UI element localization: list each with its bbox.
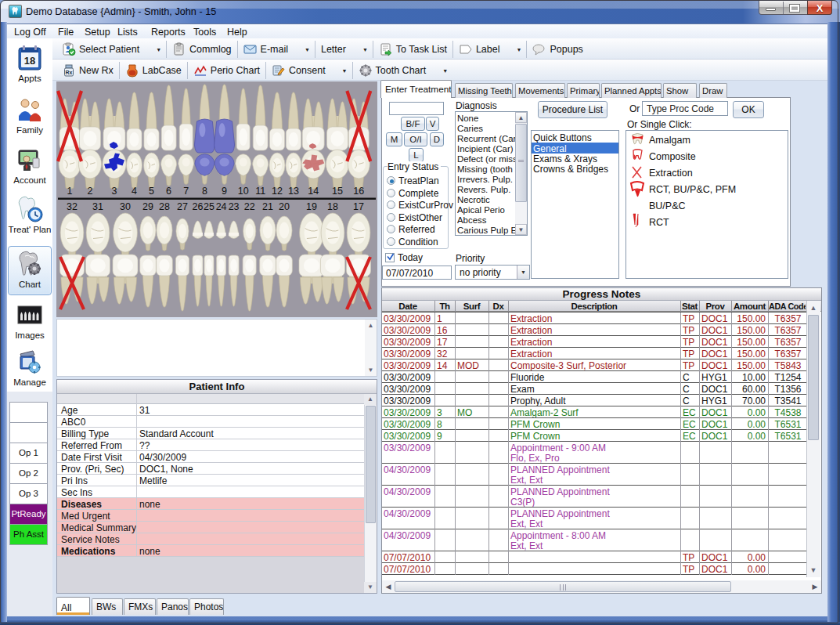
svg-text:32: 32 xyxy=(67,201,78,212)
svg-text:15: 15 xyxy=(332,186,343,197)
svg-text:26: 26 xyxy=(193,201,204,212)
svg-text:20: 20 xyxy=(279,201,290,212)
svg-text:10: 10 xyxy=(238,186,249,197)
svg-text:8: 8 xyxy=(202,186,207,197)
svg-text:27: 27 xyxy=(177,201,188,212)
svg-text:18: 18 xyxy=(327,201,338,212)
svg-text:1: 1 xyxy=(67,186,73,197)
svg-text:24: 24 xyxy=(216,201,227,212)
svg-text:30: 30 xyxy=(120,201,131,212)
svg-text:5: 5 xyxy=(149,186,154,197)
svg-text:14: 14 xyxy=(308,186,319,197)
svg-text:Rx: Rx xyxy=(66,70,73,75)
svg-text:3: 3 xyxy=(112,186,117,197)
svg-text:13: 13 xyxy=(288,186,299,197)
svg-text:11: 11 xyxy=(255,186,265,197)
svg-text:29: 29 xyxy=(142,201,153,212)
svg-text:18: 18 xyxy=(24,55,35,67)
svg-text:31: 31 xyxy=(92,201,103,212)
svg-text:16: 16 xyxy=(353,186,364,197)
svg-text:19: 19 xyxy=(306,201,317,212)
svg-text:6: 6 xyxy=(166,186,171,197)
svg-text:22: 22 xyxy=(244,201,255,212)
svg-text:2: 2 xyxy=(88,186,93,197)
svg-text:7: 7 xyxy=(183,186,189,197)
svg-text:4: 4 xyxy=(132,186,137,197)
svg-text:12: 12 xyxy=(272,186,283,197)
svg-text:9: 9 xyxy=(222,186,227,197)
svg-text:25: 25 xyxy=(204,201,215,212)
svg-text:28: 28 xyxy=(159,201,170,212)
svg-text:17: 17 xyxy=(353,201,364,212)
svg-text:23: 23 xyxy=(229,201,240,212)
svg-text:21: 21 xyxy=(262,201,273,212)
